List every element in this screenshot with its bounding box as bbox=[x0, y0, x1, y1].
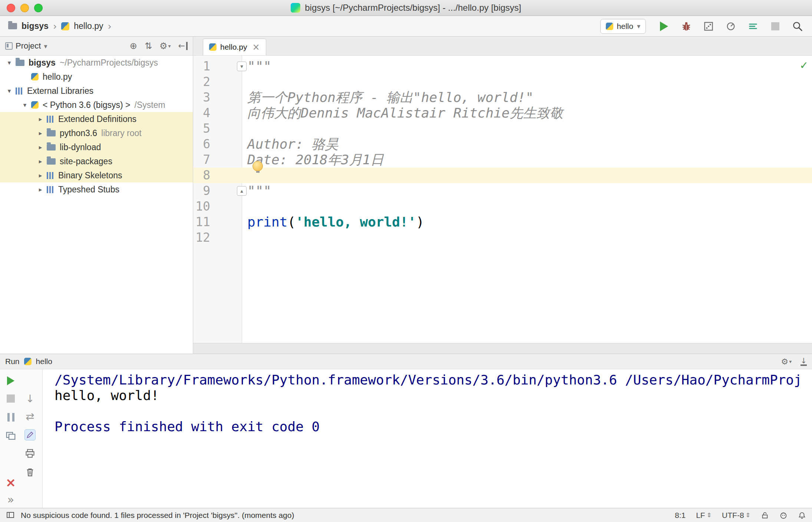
code-line-4[interactable]: 4向伟大的Dennis MacAlistair Ritchie先生致敬 bbox=[193, 105, 812, 121]
line-number: 1 bbox=[193, 59, 210, 74]
breadcrumb-project[interactable]: bigsys bbox=[22, 21, 49, 31]
run-panel-header: Run hello ⚙ ▾ ↓ bbox=[0, 354, 812, 369]
soft-wrap-toggle[interactable] bbox=[22, 427, 38, 443]
library-icon bbox=[47, 172, 54, 179]
fullscreen-window-button[interactable] bbox=[34, 4, 43, 12]
search-icon bbox=[792, 21, 803, 32]
print-button[interactable] bbox=[22, 446, 38, 461]
run-with-coverage-button[interactable] bbox=[702, 20, 715, 33]
collapsed-arrow-icon[interactable]: ▸ bbox=[34, 115, 47, 123]
line-number: 4 bbox=[193, 105, 210, 121]
tree-item-python-3-6-bigsys[interactable]: ▾< Python 3.6 (bigsys) >/System bbox=[0, 98, 193, 112]
close-icon: × bbox=[6, 475, 16, 490]
pycharm-app-icon bbox=[291, 3, 300, 13]
expanded-arrow-icon[interactable]: ▾ bbox=[19, 101, 31, 109]
editor-scrollbar-strip[interactable] bbox=[193, 343, 812, 354]
inspections-ok-icon[interactable]: ✓ bbox=[800, 59, 808, 72]
panel-settings-button[interactable]: ⚙ ▾ bbox=[159, 41, 171, 51]
intention-bulb-icon[interactable] bbox=[252, 161, 263, 171]
close-run-tab-button[interactable]: × bbox=[3, 475, 19, 490]
highlighting-level-button[interactable] bbox=[779, 511, 788, 519]
window-controls bbox=[7, 0, 43, 16]
hide-panel-button[interactable]: ← bbox=[178, 42, 188, 50]
tree-item-external-libraries[interactable]: ▾External Libraries bbox=[0, 84, 193, 98]
tree-item-python3-6[interactable]: ▸python3.6library root bbox=[0, 126, 193, 140]
tree-item-hello-py[interactable]: hello.py bbox=[0, 70, 193, 84]
line-number: 11 bbox=[193, 214, 210, 230]
locate-file-button[interactable]: ⊕ bbox=[130, 41, 137, 51]
expanded-arrow-icon[interactable]: ▾ bbox=[3, 59, 16, 66]
stop-button[interactable] bbox=[769, 20, 782, 33]
line-ending-widget[interactable]: LF ⇕ bbox=[696, 511, 712, 520]
run-configuration-selector[interactable]: hello ▾ bbox=[600, 19, 646, 34]
code-line-7[interactable]: 7Date: 2018年3月1日 bbox=[193, 152, 812, 168]
hector-face-icon bbox=[779, 511, 788, 519]
trash-icon bbox=[25, 467, 35, 477]
navigate-down-button[interactable]: ↓ bbox=[22, 391, 38, 406]
tab-hello-py[interactable]: hello.py × bbox=[203, 39, 266, 55]
clear-all-button[interactable] bbox=[22, 464, 38, 480]
code-line-12[interactable]: 12 bbox=[193, 230, 812, 245]
code-line-8[interactable]: 8 bbox=[193, 168, 812, 183]
toolwindow-toggle-icon[interactable] bbox=[6, 511, 15, 520]
fold-marker-icon[interactable]: ▴ bbox=[237, 186, 247, 196]
console-settings-button[interactable]: ⚙ ▾ bbox=[781, 357, 792, 366]
tree-item-extended-definitions[interactable]: ▸Extended Definitions bbox=[0, 112, 193, 126]
run-dashboard-button[interactable] bbox=[747, 20, 759, 33]
code-line-6[interactable]: 6Author: 骆昊 bbox=[193, 136, 812, 152]
restart-frame-button[interactable]: ⇄ bbox=[22, 409, 38, 424]
restore-layout-button[interactable] bbox=[3, 428, 19, 443]
caret-position-widget[interactable]: 8:1 bbox=[675, 511, 686, 520]
tree-item-note: ~/PycharmProjects/bigsys bbox=[60, 58, 158, 68]
tree-item-binary-skeletons[interactable]: ▸Binary Skeletons bbox=[0, 168, 193, 182]
collapsed-arrow-icon[interactable]: ▸ bbox=[34, 143, 47, 151]
code-line-3[interactable]: 3第一个Python程序 - 输出"hello, world!" bbox=[193, 90, 812, 105]
run-panel-header-actions: ⚙ ▾ ↓ bbox=[781, 357, 807, 366]
run-console-output[interactable]: /System/Library/Frameworks/Python.framew… bbox=[43, 369, 812, 508]
pause-output-button[interactable] bbox=[3, 409, 19, 425]
python-icon bbox=[31, 73, 39, 80]
code-line-5[interactable]: 5 bbox=[193, 121, 812, 136]
code-editor[interactable]: 1▾"""23第一个Python程序 - 输出"hello, world!"4向… bbox=[193, 56, 812, 343]
status-message[interactable]: No suspicious code found. 1 files proces… bbox=[21, 511, 294, 520]
breadcrumb-file[interactable]: hello.py bbox=[74, 21, 103, 31]
collapsed-arrow-icon[interactable]: ▸ bbox=[34, 158, 47, 165]
hide-run-panel-button[interactable]: ↓ bbox=[801, 357, 807, 366]
library-icon bbox=[47, 186, 54, 193]
debug-button[interactable] bbox=[680, 20, 693, 33]
tree-item-typeshed-stubs[interactable]: ▸Typeshed Stubs bbox=[0, 182, 193, 196]
event-log-button[interactable] bbox=[798, 511, 806, 519]
fold-marker-icon[interactable]: ▾ bbox=[237, 62, 247, 71]
minimize-window-button[interactable] bbox=[20, 4, 29, 12]
code-line-11[interactable]: 11print('hello, world!') bbox=[193, 214, 812, 230]
tree-item-site-packages[interactable]: ▸site-packages bbox=[0, 154, 193, 168]
close-window-button[interactable] bbox=[7, 4, 15, 12]
expanded-arrow-icon[interactable]: ▾ bbox=[3, 87, 16, 95]
tree-item-bigsys[interactable]: ▾bigsys~/PycharmProjects/bigsys bbox=[0, 56, 193, 70]
run-button[interactable] bbox=[658, 20, 670, 33]
readonly-lock-button[interactable] bbox=[761, 511, 769, 519]
code-line-10[interactable]: 10 bbox=[193, 199, 812, 214]
collapsed-arrow-icon[interactable]: ▸ bbox=[34, 129, 47, 137]
tree-item-lib-dynload[interactable]: ▸lib-dynload bbox=[0, 140, 193, 154]
run-panel-title[interactable]: Run bbox=[5, 357, 20, 366]
collapsed-arrow-icon[interactable]: ▸ bbox=[34, 172, 47, 179]
gear-icon: ⚙ bbox=[781, 357, 788, 366]
code-line-1[interactable]: 1▾""" bbox=[193, 59, 812, 74]
collapsed-arrow-icon[interactable]: ▸ bbox=[34, 186, 47, 193]
window-title-group: bigsys [~/PycharmProjects/bigsys] - .../… bbox=[291, 3, 521, 13]
encoding-widget[interactable]: UTF-8 ⇕ bbox=[722, 511, 750, 520]
search-everywhere-button[interactable] bbox=[791, 20, 804, 33]
rerun-button[interactable] bbox=[3, 373, 19, 389]
project-tab-icon bbox=[5, 42, 13, 50]
code-line-9[interactable]: 9▴""" bbox=[193, 183, 812, 199]
collapse-all-button[interactable]: ⇅ bbox=[145, 41, 152, 51]
profiler-button[interactable] bbox=[724, 20, 737, 33]
chevron-right-icon: › bbox=[108, 22, 112, 31]
code-line-2[interactable]: 2 bbox=[193, 74, 812, 90]
close-tab-icon[interactable]: × bbox=[252, 42, 260, 52]
stop-button[interactable] bbox=[3, 391, 19, 406]
bell-icon bbox=[798, 511, 806, 519]
more-actions-button[interactable]: » bbox=[3, 492, 19, 507]
panel-title[interactable]: Project bbox=[16, 41, 41, 51]
